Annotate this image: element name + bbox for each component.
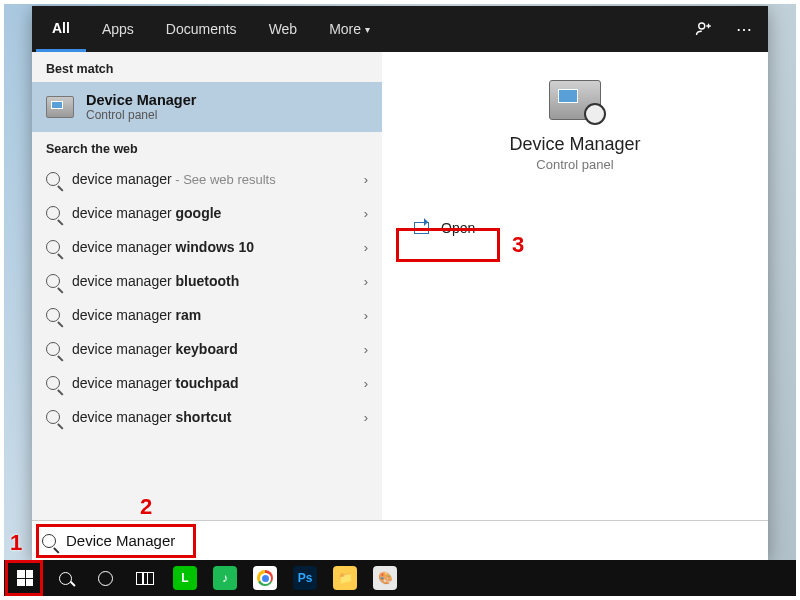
taskbar-app-spotify[interactable]: ♪ [206,562,244,594]
web-result-item[interactable]: device manager bluetooth› [32,264,382,298]
chrome-icon [253,566,277,590]
chevron-right-icon: › [364,206,368,221]
search-bar [32,520,768,560]
web-result-text: device manager shortcut [72,409,352,425]
web-result-item[interactable]: device manager google› [32,196,382,230]
taskbar: L ♪ Ps 📁 🎨 [4,560,796,596]
task-view-icon [136,572,154,585]
callout-number-1: 1 [10,530,22,556]
spotify-icon: ♪ [213,566,237,590]
taskbar-app-paint[interactable]: 🎨 [366,562,404,594]
windows-logo-icon [17,570,33,586]
chevron-right-icon: › [364,172,368,187]
tab-more[interactable]: More▾ [313,6,386,52]
cortana-button[interactable] [86,562,124,594]
web-result-item[interactable]: device manager touchpad› [32,366,382,400]
search-icon [46,274,60,288]
start-search-panel: All Apps Documents Web More▾ ⋯ Best matc… [32,6,768,560]
preview-pane: Device Manager Control panel Open [382,52,768,520]
search-icon [59,572,72,585]
tab-web[interactable]: Web [253,6,314,52]
taskbar-app-line[interactable]: L [166,562,204,594]
tab-apps[interactable]: Apps [86,6,150,52]
web-result-text: device manager google [72,205,352,221]
preview-subtitle: Control panel [536,157,613,172]
feedback-icon[interactable] [684,6,724,52]
chevron-right-icon: › [364,410,368,425]
start-button[interactable] [6,562,44,594]
chevron-right-icon: › [364,274,368,289]
device-manager-icon [46,96,74,118]
task-view-button[interactable] [126,562,164,594]
chevron-right-icon: › [364,342,368,357]
cortana-icon [98,571,113,586]
web-results-list: device manager - See web results›device … [32,162,382,434]
open-label: Open [441,220,475,236]
open-icon [414,222,429,234]
best-match-subtitle: Control panel [86,108,196,122]
best-match-title: Device Manager [86,92,196,108]
tab-documents[interactable]: Documents [150,6,253,52]
search-icon [46,240,60,254]
web-result-text: device manager - See web results [72,171,352,187]
web-result-text: device manager bluetooth [72,273,352,289]
web-result-text: device manager ram [72,307,352,323]
tab-all[interactable]: All [36,6,86,52]
section-best-match: Best match [32,52,382,82]
chevron-down-icon: ▾ [365,24,370,35]
web-result-item[interactable]: device manager keyboard› [32,332,382,366]
results-column: Best match Device Manager Control panel … [32,52,382,520]
taskbar-search-button[interactable] [46,562,84,594]
more-options-icon[interactable]: ⋯ [724,6,764,52]
folder-icon: 📁 [333,566,357,590]
preview-title: Device Manager [509,134,640,155]
preview-device-manager-icon [549,80,601,120]
web-result-item[interactable]: device manager - See web results› [32,162,382,196]
paint-icon: 🎨 [373,566,397,590]
web-result-item[interactable]: device manager windows 10› [32,230,382,264]
web-result-item[interactable]: device manager ram› [32,298,382,332]
web-result-item[interactable]: device manager shortcut› [32,400,382,434]
open-action[interactable]: Open [400,212,489,244]
photoshop-icon: Ps [293,566,317,590]
line-icon: L [173,566,197,590]
taskbar-app-chrome[interactable] [246,562,284,594]
taskbar-app-explorer[interactable]: 📁 [326,562,364,594]
search-input[interactable] [66,532,758,549]
section-search-web: Search the web [32,132,382,162]
search-icon [46,410,60,424]
search-icon [46,172,60,186]
search-tabs: All Apps Documents Web More▾ ⋯ [32,6,768,52]
search-icon [42,534,56,548]
search-icon [46,376,60,390]
search-icon [46,342,60,356]
chevron-right-icon: › [364,308,368,323]
web-result-text: device manager keyboard [72,341,352,357]
svg-point-0 [699,23,705,29]
chevron-right-icon: › [364,240,368,255]
chevron-right-icon: › [364,376,368,391]
web-result-text: device manager touchpad [72,375,352,391]
search-icon [46,206,60,220]
best-match-result[interactable]: Device Manager Control panel [32,82,382,132]
web-result-text: device manager windows 10 [72,239,352,255]
taskbar-app-photoshop[interactable]: Ps [286,562,324,594]
search-icon [46,308,60,322]
